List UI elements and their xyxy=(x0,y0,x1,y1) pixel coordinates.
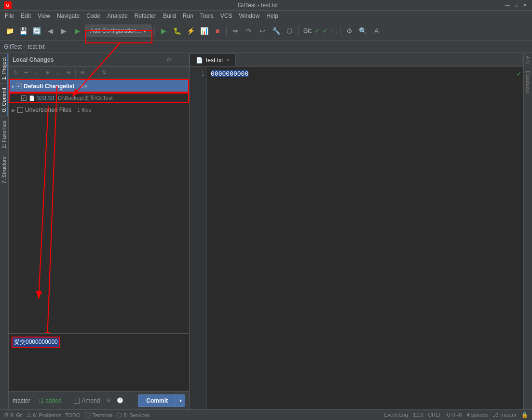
changelist-header[interactable]: ▾ Default Changelist 1 file xyxy=(9,80,189,93)
branch-indicator[interactable]: ⎇ master xyxy=(492,412,517,418)
close-button[interactable]: ✕ xyxy=(521,2,528,9)
rollback-button[interactable]: ↩ xyxy=(21,68,31,78)
encoding-indicator[interactable]: UTF-8 xyxy=(447,412,462,418)
forward-button[interactable]: ▶ xyxy=(58,25,69,37)
file-checkbox[interactable] xyxy=(21,95,27,101)
sort-button[interactable]: ≡ xyxy=(88,68,98,78)
menu-navigate[interactable]: Navigate xyxy=(54,12,82,20)
translate-button[interactable]: A xyxy=(371,25,382,37)
problems-status-item[interactable]: ⚠ 6: Problems xyxy=(27,412,61,418)
view-button[interactable]: 👁 xyxy=(78,68,87,78)
run-button[interactable]: ▶ xyxy=(71,25,83,37)
breadcrumb-sep: › xyxy=(24,43,26,50)
settings-button[interactable]: ⚙ xyxy=(344,25,355,37)
git-status: Git: ✓ ✓ ↑ ↓ xyxy=(303,27,338,35)
panel-minimize-button[interactable]: — xyxy=(176,55,185,65)
sync-button[interactable]: 🔄 xyxy=(31,25,42,37)
file-row[interactable]: 📄 test.txt D:\Backup\桌面\GitTest xyxy=(9,93,189,103)
maximize-button[interactable]: □ xyxy=(513,2,519,9)
event-log-link[interactable]: Event Log xyxy=(384,412,408,418)
back-button[interactable]: ◀ xyxy=(44,25,56,37)
profile-button[interactable]: 📊 xyxy=(198,25,210,37)
step-into-button[interactable]: ↷ xyxy=(243,25,255,37)
breadcrumb-project[interactable]: GitTest xyxy=(4,43,22,50)
file-tree-area: ▾ Default Changelist 1 file 📄 test.txt D… xyxy=(9,79,189,333)
ant-tab[interactable]: Ant xyxy=(524,53,532,67)
services-icon: ◯ xyxy=(116,412,122,418)
commit-tab[interactable]: 0: Commit xyxy=(0,83,8,116)
menu-edit[interactable]: Edit xyxy=(18,12,34,20)
editor-gutter-area: 1 0000000000 ✓ xyxy=(190,67,523,409)
menu-build[interactable]: Build xyxy=(160,12,179,20)
editor-content[interactable]: 0000000000 ✓ xyxy=(207,67,523,409)
undo-button[interactable]: ↩ xyxy=(257,25,268,37)
commit-message-highlight: 提交0000000000 xyxy=(12,337,60,348)
commit-message-area[interactable]: 提交0000000000 xyxy=(9,333,189,391)
line-ending-indicator[interactable]: CRLF xyxy=(428,412,442,418)
menu-window[interactable]: Window xyxy=(236,12,262,20)
menu-help[interactable]: Help xyxy=(263,12,281,20)
tools-button[interactable]: 🔧 xyxy=(270,25,282,37)
run-config-button[interactable]: ▶ xyxy=(158,25,169,37)
title-bar-title: GitTest - test.txt xyxy=(238,2,278,9)
todo-status-item[interactable]: TODO xyxy=(65,412,81,418)
diff-button[interactable]: ⊞ xyxy=(42,68,52,78)
git-status-label: 9: Git xyxy=(10,412,23,418)
database-tab[interactable]: Database xyxy=(524,68,532,96)
menu-run[interactable]: Run xyxy=(180,12,196,20)
editor-tab-test-txt[interactable]: 📄 test.txt ✕ xyxy=(190,54,236,66)
stage-button[interactable]: ↓ xyxy=(53,68,63,78)
structure-tab[interactable]: 7: Structure xyxy=(0,152,8,188)
git-status-item[interactable]: ⚙ 9: Git xyxy=(4,412,23,418)
todo-label: TODO xyxy=(65,412,81,418)
refresh-button[interactable]: ↻ xyxy=(11,68,20,78)
changelist-name: Default Changelist xyxy=(24,83,74,90)
search-everywhere-button[interactable]: 🔍 xyxy=(357,25,369,37)
status-bar-right: Event Log 1:13 CRLF UTF-8 4 spaces ⎇ mas… xyxy=(384,412,528,418)
menu-analyze[interactable]: Analyze xyxy=(104,12,131,20)
terminal-status-item[interactable]: ⬛ Terminal xyxy=(84,412,113,418)
commit-button[interactable]: Commit xyxy=(138,394,176,407)
indent-indicator[interactable]: 4 spaces xyxy=(466,412,488,418)
unversioned-checkbox[interactable] xyxy=(17,107,23,113)
changelist-checkbox[interactable] xyxy=(16,83,22,89)
project-view-button[interactable]: 📁 xyxy=(4,25,15,37)
tab-close-button[interactable]: ✕ xyxy=(226,57,230,63)
coverage-button[interactable]: ⚡ xyxy=(185,25,196,37)
toolbar-separator-3 xyxy=(298,26,299,36)
title-bar: U GitTest - test.txt — □ ✕ xyxy=(0,0,532,11)
commit-button-group: Commit ▾ xyxy=(138,394,185,407)
minimize-button[interactable]: — xyxy=(504,2,511,9)
debug-button[interactable]: 🐛 xyxy=(171,25,183,37)
amend-settings-button[interactable]: ⚙ xyxy=(104,396,113,406)
stop-button[interactable]: ■ xyxy=(212,25,223,37)
editor-tabs: 📄 test.txt ✕ xyxy=(190,53,523,67)
services-status-item[interactable]: ◯ 8: Services xyxy=(116,412,150,418)
unversioned-row[interactable]: ▶ Unversioned Files 1 files xyxy=(9,104,189,116)
step-over-button[interactable]: ⇒ xyxy=(230,25,241,37)
project-tab[interactable]: 1: Project xyxy=(0,53,8,83)
toolbar-separator-2 xyxy=(226,26,227,36)
favorites-tab[interactable]: 2: Favorites xyxy=(0,116,8,152)
save-all-button[interactable]: 💾 xyxy=(17,25,29,37)
menu-tools[interactable]: Tools xyxy=(197,12,217,20)
add-configuration-button[interactable]: Add Configuration... ▾ xyxy=(85,25,151,37)
git-check2-icon: ✓ xyxy=(322,27,328,35)
amend-history-button[interactable]: 🕐 xyxy=(115,396,125,406)
move-button[interactable]: ↔ xyxy=(32,68,41,78)
amend-checkbox[interactable] xyxy=(74,398,80,404)
panel-settings-button[interactable]: ⚙ xyxy=(164,55,174,65)
menu-refactor[interactable]: Refactor xyxy=(132,12,159,20)
breadcrumb-file[interactable]: test.txt xyxy=(27,43,44,50)
editor-line-1: 0000000000 xyxy=(211,69,519,78)
menu-file[interactable]: File xyxy=(2,12,17,20)
menu-vcs[interactable]: VCS xyxy=(218,12,235,20)
menu-view[interactable]: View xyxy=(35,12,53,20)
expand-button[interactable]: ⇅ xyxy=(99,68,109,78)
commit-dropdown-button[interactable]: ▾ xyxy=(176,394,185,407)
group-button[interactable]: ⊟ xyxy=(64,68,73,78)
commit-toolbar: ↻ ↩ ↔ ⊞ ↓ ⊟ 👁 ≡ ⇅ xyxy=(9,67,189,79)
git-fetch-button[interactable]: ⬡ xyxy=(284,25,295,37)
problems-icon: ⚠ xyxy=(27,412,31,418)
menu-code[interactable]: Code xyxy=(83,12,103,20)
